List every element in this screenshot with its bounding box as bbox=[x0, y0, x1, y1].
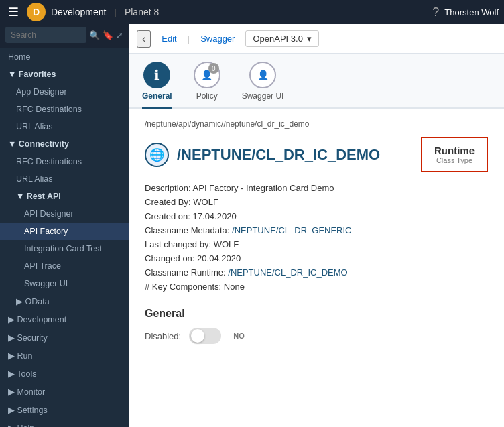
main-layout: 🔍 🔖 ⤢ Home ▼ Favorites App Designer RFC … bbox=[0, 24, 504, 427]
app-logo: D bbox=[27, 3, 46, 21]
sidebar-item-run[interactable]: ▶ Run bbox=[0, 347, 129, 365]
disabled-toggle-row: Disabled: NO bbox=[145, 328, 488, 344]
toggle-knob bbox=[191, 329, 204, 343]
sidebar-item-integration-card-test[interactable]: Integration Card Test bbox=[0, 240, 129, 257]
created-on-row: Created on: 17.04.2020 bbox=[145, 211, 488, 221]
sidebar-search-row: 🔍 🔖 ⤢ bbox=[0, 24, 129, 48]
classname-meta-link[interactable]: /NEPTUNE/CL_DR_GENERIC bbox=[232, 225, 351, 235]
sidebar-item-api-trace[interactable]: API Trace bbox=[0, 257, 129, 275]
runtime-subtitle: Class Type bbox=[436, 156, 472, 164]
search-icon[interactable]: 🔍 bbox=[89, 30, 100, 40]
description-row: Description: API Factory - Integration C… bbox=[145, 183, 488, 193]
sidebar-item-url-alias-conn[interactable]: URL Alias bbox=[0, 170, 129, 188]
policy-icon: 👤 0 bbox=[194, 62, 220, 88]
content-toolbar: ‹ Edit | Swagger OpenAPI 3.0 ▾ bbox=[129, 24, 504, 54]
sidebar-item-rest-api[interactable]: ▼ Rest API bbox=[0, 188, 129, 205]
sidebar-item-settings[interactable]: ▶ Settings bbox=[0, 401, 129, 419]
tab-bar: ℹ General 👤 0 Policy 👤 Swagger UI bbox=[129, 54, 504, 109]
created-by-row: Created By: WOLF bbox=[145, 197, 488, 207]
sidebar-item-app-designer[interactable]: App Designer bbox=[0, 83, 129, 101]
policy-badge: 0 bbox=[208, 63, 219, 74]
help-icon[interactable]: ? bbox=[432, 5, 439, 19]
disabled-toggle[interactable] bbox=[189, 328, 221, 344]
globe-icon: 🌐 bbox=[145, 143, 169, 167]
sidebar: 🔍 🔖 ⤢ Home ▼ Favorites App Designer RFC … bbox=[0, 24, 129, 427]
runtime-box: Runtime Class Type bbox=[421, 137, 488, 172]
sidebar-item-home[interactable]: Home bbox=[0, 48, 129, 66]
tab-policy[interactable]: 👤 0 Policy bbox=[194, 62, 220, 107]
tab-swagger-ui[interactable]: 👤 Swagger UI bbox=[242, 62, 284, 107]
classname-meta-row: Classname Metadata: /NEPTUNE/CL_DR_GENER… bbox=[145, 225, 488, 235]
sidebar-item-favorites[interactable]: ▼ Favorites bbox=[0, 66, 129, 83]
chevron-down-icon: ▾ bbox=[307, 34, 312, 44]
sidebar-item-security[interactable]: ▶ Security bbox=[0, 328, 129, 347]
sidebar-item-development[interactable]: ▶ Development bbox=[0, 310, 129, 328]
key-components-row: # Key Components: None bbox=[145, 282, 488, 292]
expand-icon[interactable]: ⤢ bbox=[116, 30, 123, 40]
sidebar-item-api-factory[interactable]: API Factory bbox=[0, 223, 129, 240]
planet-label: Planet 8 bbox=[125, 7, 159, 17]
api-title-row: 🌐 /NEPTUNE/CL_DR_IC_DEMO Runtime Class T… bbox=[145, 137, 488, 172]
sidebar-item-rfc-fav[interactable]: RFC Destinations bbox=[0, 101, 129, 118]
sidebar-item-tools[interactable]: ▶ Tools bbox=[0, 365, 129, 383]
back-button[interactable]: ‹ bbox=[137, 30, 151, 48]
swagger-button[interactable]: Swagger bbox=[195, 32, 240, 45]
disabled-label: Disabled: bbox=[145, 331, 181, 341]
openapi-dropdown[interactable]: OpenAPI 3.0 ▾ bbox=[245, 30, 318, 47]
swagger-icon: 👤 bbox=[249, 62, 276, 88]
sidebar-item-swagger-ui[interactable]: Swagger UI bbox=[0, 275, 129, 292]
api-path: /neptune/api/dynamic//neptune/cl_dr_ic_d… bbox=[145, 119, 488, 129]
api-name: /NEPTUNE/CL_DR_IC_DEMO bbox=[177, 146, 380, 164]
classname-runtime-link[interactable]: /NEPTUNE/CL_DR_IC_DEMO bbox=[228, 267, 347, 278]
content-area: ‹ Edit | Swagger OpenAPI 3.0 ▾ ℹ General… bbox=[129, 24, 504, 427]
sidebar-item-monitor[interactable]: ▶ Monitor bbox=[0, 383, 129, 401]
edit-button[interactable]: Edit bbox=[156, 32, 182, 45]
sidebar-item-api-designer[interactable]: API Designer bbox=[0, 205, 129, 223]
general-section-title: General bbox=[145, 308, 488, 320]
sidebar-item-odata[interactable]: ▶ OData bbox=[0, 292, 129, 310]
tab-general[interactable]: ℹ General bbox=[142, 62, 172, 109]
toggle-state: NO bbox=[233, 332, 245, 340]
sidebar-item-rfc-conn[interactable]: RFC Destinations bbox=[0, 153, 129, 170]
info-icon: ℹ bbox=[143, 62, 170, 88]
bookmark-icon[interactable]: 🔖 bbox=[103, 30, 113, 40]
app-title: Development bbox=[51, 7, 107, 17]
sidebar-item-url-alias-fav[interactable]: URL Alias bbox=[0, 118, 129, 135]
last-changed-row: Last changed by: WOLF bbox=[145, 239, 488, 249]
topbar: ☰ D Development | Planet 8 ? Thorsten Wo… bbox=[0, 0, 504, 24]
runtime-title: Runtime bbox=[434, 145, 475, 156]
search-input[interactable] bbox=[5, 27, 86, 43]
content-main: /neptune/api/dynamic//neptune/cl_dr_ic_d… bbox=[129, 109, 504, 427]
hamburger-icon[interactable]: ☰ bbox=[5, 2, 21, 22]
user-name[interactable]: Thorsten Wolf bbox=[444, 7, 499, 17]
changed-on-row: Changed on: 20.04.2020 bbox=[145, 253, 488, 263]
sidebar-item-help[interactable]: ▶ Help bbox=[0, 419, 129, 427]
classname-runtime-row: Classname Runtime: /NEPTUNE/CL_DR_IC_DEM… bbox=[145, 267, 488, 278]
sidebar-nav: Home ▼ Favorites App Designer RFC Destin… bbox=[0, 48, 129, 427]
sidebar-item-connectivity[interactable]: ▼ Connectivity bbox=[0, 135, 129, 153]
